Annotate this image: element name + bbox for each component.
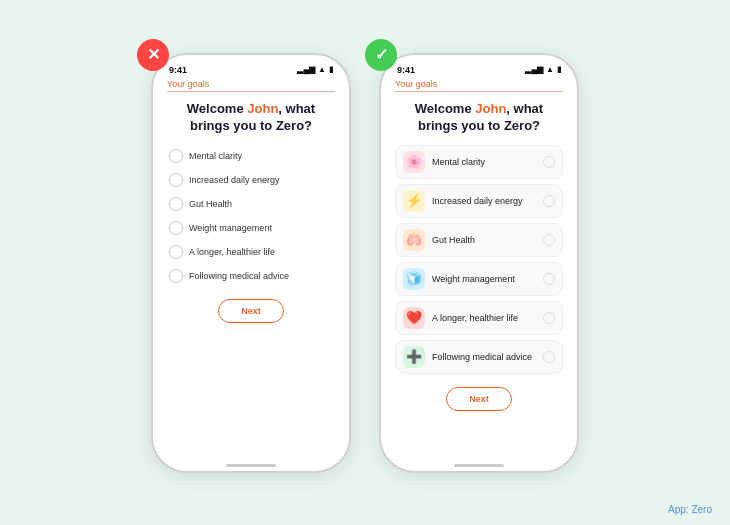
- bad-option-5[interactable]: A longer, healthier life: [167, 241, 335, 263]
- emoji-medical: ➕: [403, 346, 425, 368]
- good-goals-label: Your goals: [395, 79, 563, 89]
- good-option-label-3: Gut Health: [432, 235, 536, 245]
- bad-option-label-2: Increased daily energy: [189, 175, 280, 185]
- check-circle-2: [543, 195, 555, 207]
- battery-icon-good: ▮: [557, 65, 561, 74]
- good-option-label-5: A longer, healthier life: [432, 313, 536, 323]
- good-goals-underline: [395, 91, 563, 92]
- bad-goals-label: Your goals: [167, 79, 335, 89]
- radio-empty-1: [169, 149, 183, 163]
- bad-next-button[interactable]: Next: [218, 299, 284, 323]
- main-container: ✕ 9:41 ▂▄▆ ▲ ▮ Your goals Welcome John, …: [151, 53, 579, 473]
- bad-option-2[interactable]: Increased daily energy: [167, 169, 335, 191]
- radio-empty-6: [169, 269, 183, 283]
- bad-options-list: Mental clarity Increased daily energy Gu…: [167, 145, 335, 289]
- bad-option-label-1: Mental clarity: [189, 151, 242, 161]
- bad-badge: ✕: [137, 39, 169, 71]
- emoji-weight: 🧊: [403, 268, 425, 290]
- good-phone-wrapper: ✓ 9:41 ▂▄▆ ▲ ▮ Your goals Welcome John, …: [379, 53, 579, 473]
- check-circle-3: [543, 234, 555, 246]
- good-status-time: 9:41: [397, 65, 415, 75]
- emoji-mental-clarity: 🌸: [403, 151, 425, 173]
- radio-empty-5: [169, 245, 183, 259]
- good-option-4[interactable]: 🧊 Weight management: [395, 262, 563, 296]
- good-option-label-1: Mental clarity: [432, 157, 536, 167]
- bad-phone: 9:41 ▂▄▆ ▲ ▮ Your goals Welcome John, wh…: [151, 53, 351, 473]
- good-options-list: 🌸 Mental clarity ⚡ Increased daily energ…: [395, 145, 563, 379]
- bad-option-6[interactable]: Following medical advice: [167, 265, 335, 287]
- bad-goals-underline: [167, 91, 335, 92]
- bad-status-time: 9:41: [169, 65, 187, 75]
- radio-empty-4: [169, 221, 183, 235]
- bad-status-bar: 9:41 ▂▄▆ ▲ ▮: [153, 55, 349, 79]
- bad-option-label-6: Following medical advice: [189, 271, 289, 281]
- check-circle-5: [543, 312, 555, 324]
- signal-icon-good: ▂▄▆: [525, 65, 543, 74]
- bad-option-3[interactable]: Gut Health: [167, 193, 335, 215]
- good-option-label-2: Increased daily energy: [432, 196, 536, 206]
- bad-option-1[interactable]: Mental clarity: [167, 145, 335, 167]
- radio-empty-3: [169, 197, 183, 211]
- good-option-label-4: Weight management: [432, 274, 536, 284]
- good-option-2[interactable]: ⚡ Increased daily energy: [395, 184, 563, 218]
- good-status-bar: 9:41 ▂▄▆ ▲ ▮: [381, 55, 577, 79]
- good-option-3[interactable]: 🫁 Gut Health: [395, 223, 563, 257]
- radio-empty-2: [169, 173, 183, 187]
- good-welcome-title: Welcome John, what brings you to Zero?: [395, 100, 563, 135]
- good-home-indicator: [454, 464, 504, 467]
- check-circle-4: [543, 273, 555, 285]
- bad-phone-wrapper: ✕ 9:41 ▂▄▆ ▲ ▮ Your goals Welcome John, …: [151, 53, 351, 473]
- good-phone-content: Your goals Welcome John, what brings you…: [381, 79, 577, 458]
- good-option-5[interactable]: ❤️ A longer, healthier life: [395, 301, 563, 335]
- good-option-label-6: Following medical advice: [432, 352, 536, 362]
- good-option-6[interactable]: ➕ Following medical advice: [395, 340, 563, 374]
- signal-icon: ▂▄▆: [297, 65, 315, 74]
- battery-icon: ▮: [329, 65, 333, 74]
- bad-status-icons: ▂▄▆ ▲ ▮: [297, 65, 333, 74]
- emoji-longer-life: ❤️: [403, 307, 425, 329]
- bad-option-label-5: A longer, healthier life: [189, 247, 275, 257]
- bad-phone-content: Your goals Welcome John, what brings you…: [153, 79, 349, 458]
- good-option-1[interactable]: 🌸 Mental clarity: [395, 145, 563, 179]
- app-label: App: Zero: [668, 504, 712, 515]
- check-circle-1: [543, 156, 555, 168]
- good-status-icons: ▂▄▆ ▲ ▮: [525, 65, 561, 74]
- emoji-gut-health: 🫁: [403, 229, 425, 251]
- bad-option-4[interactable]: Weight management: [167, 217, 335, 239]
- emoji-energy: ⚡: [403, 190, 425, 212]
- good-badge: ✓: [365, 39, 397, 71]
- wifi-icon-good: ▲: [546, 65, 554, 74]
- bad-welcome-title: Welcome John, what brings you to Zero?: [167, 100, 335, 135]
- bad-option-label-4: Weight management: [189, 223, 272, 233]
- check-circle-6: [543, 351, 555, 363]
- good-phone: 9:41 ▂▄▆ ▲ ▮ Your goals Welcome John, wh…: [379, 53, 579, 473]
- good-next-button[interactable]: Next: [446, 387, 512, 411]
- bad-option-label-3: Gut Health: [189, 199, 232, 209]
- wifi-icon: ▲: [318, 65, 326, 74]
- bad-home-indicator: [226, 464, 276, 467]
